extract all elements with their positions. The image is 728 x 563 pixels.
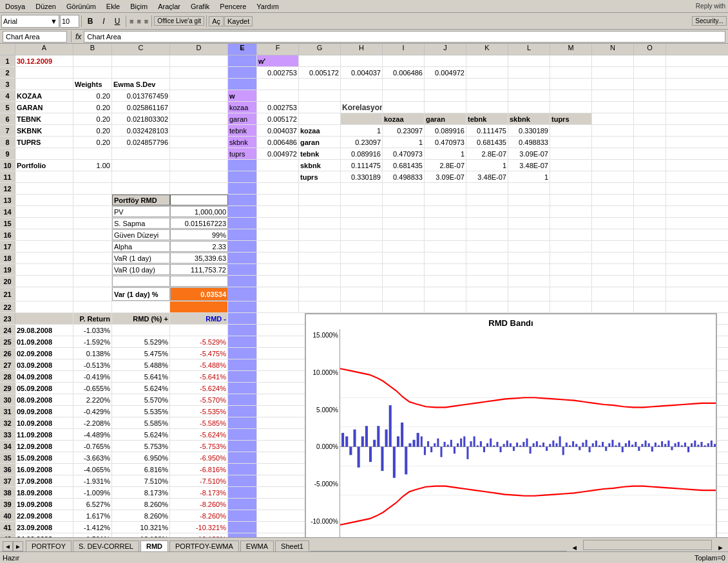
scroll-bar[interactable] — [583, 540, 712, 550]
menu-file[interactable]: Dosya — [3, 3, 28, 10]
cell-D10[interactable] — [170, 160, 228, 171]
cell-B5[interactable]: 0.20 — [73, 102, 112, 113]
cell-B8[interactable]: 0.20 — [73, 137, 112, 148]
cell-D3[interactable] — [170, 79, 228, 90]
cell-F3[interactable] — [257, 79, 299, 90]
cell-G5[interactable] — [299, 102, 341, 113]
cell-I3[interactable] — [383, 79, 425, 90]
menu-format[interactable]: Biçim — [128, 3, 150, 10]
cell-O8[interactable] — [634, 137, 666, 148]
cell-D6[interactable] — [170, 113, 228, 124]
cell-F7[interactable]: 0.004037 — [257, 125, 299, 136]
scroll-left-btn[interactable]: ◄ — [567, 544, 582, 551]
cell-M3[interactable] — [550, 79, 592, 90]
cell-D9[interactable] — [170, 148, 228, 159]
menu-edit[interactable]: Düzen — [33, 3, 59, 10]
cell-C2[interactable] — [112, 67, 170, 78]
cell-J11[interactable]: 3.09E-07 — [425, 171, 466, 182]
cell-F9[interactable]: 0.004972 — [257, 148, 299, 159]
ac-button[interactable]: Aç — [209, 16, 224, 26]
cell-M4[interactable] — [550, 90, 592, 101]
cell-J9[interactable]: 1 — [425, 148, 466, 159]
cell-C5[interactable]: 0.025861167 — [112, 102, 170, 113]
cell-K9[interactable]: 2.8E-07 — [466, 148, 508, 159]
cell-B1[interactable] — [73, 55, 112, 66]
cell-M1[interactable] — [550, 55, 592, 66]
cell-I11[interactable]: 0.498833 — [383, 171, 425, 182]
cell-I1[interactable] — [383, 55, 425, 66]
tab-portfoy-ewma[interactable]: PORTFOY-EWMA — [169, 540, 239, 551]
font-size-dropdown[interactable]: 10 — [60, 15, 79, 28]
cell-J3[interactable] — [425, 79, 466, 90]
cell-F8[interactable]: 0.006486 — [257, 137, 299, 148]
menu-help[interactable]: Yardım — [254, 3, 282, 10]
cell-G10[interactable]: skbnk — [299, 160, 341, 171]
cell-H1[interactable] — [341, 55, 383, 66]
cell-C10[interactable] — [112, 160, 170, 171]
cell-M5[interactable] — [550, 102, 592, 113]
cell-J10[interactable]: 2.8E-07 — [425, 160, 466, 171]
cell-E4[interactable]: w — [228, 90, 257, 101]
cell-O9[interactable] — [634, 148, 666, 159]
cell-B4[interactable]: 0.20 — [73, 90, 112, 101]
cell-I6[interactable]: kozaa — [383, 113, 425, 124]
cell-K5[interactable] — [466, 102, 508, 113]
cell-F11[interactable] — [257, 171, 299, 182]
cell-E11[interactable] — [228, 171, 257, 182]
cell-G11[interactable]: tuprs — [299, 171, 341, 182]
cell-C11[interactable] — [112, 171, 170, 182]
cell-N1[interactable] — [592, 55, 634, 66]
font-name-dropdown[interactable]: Arial ▼ — [1, 15, 59, 28]
cell-I5[interactable] — [383, 102, 425, 113]
cell-M8[interactable] — [550, 137, 592, 148]
cell-N5[interactable] — [592, 102, 634, 113]
cell-C6[interactable]: 0.021803302 — [112, 113, 170, 124]
name-box[interactable]: Chart Area — [3, 31, 67, 43]
cell-O1[interactable] — [634, 55, 666, 66]
cell-K4[interactable] — [466, 90, 508, 101]
cell-O5[interactable] — [634, 102, 666, 113]
cell-D5[interactable] — [170, 102, 228, 113]
cell-M7[interactable] — [550, 125, 592, 136]
cell-G9[interactable]: tebnk — [299, 148, 341, 159]
cell-I10[interactable]: 0.681435 — [383, 160, 425, 171]
cell-A4[interactable]: KOZAA — [15, 90, 73, 101]
cell-N7[interactable] — [592, 125, 634, 136]
cell-B10[interactable]: 1.00 — [73, 160, 112, 171]
cell-J4[interactable] — [425, 90, 466, 101]
cell-N11[interactable] — [592, 171, 634, 182]
cell-A7[interactable]: SKBNK — [15, 125, 73, 136]
cell-J8[interactable]: 0.470973 — [425, 137, 466, 148]
cell-G2[interactable]: 0.005172 — [299, 67, 341, 78]
cell-N10[interactable] — [592, 160, 634, 171]
tab-scroll-left[interactable]: ◄ — [3, 541, 13, 551]
scroll-right-btn[interactable]: ► — [713, 544, 728, 551]
cell-H6[interactable] — [341, 113, 383, 124]
cell-A6[interactable]: TEBNK — [15, 113, 73, 124]
cell-D4[interactable] — [170, 90, 228, 101]
cell-F2[interactable]: 0.002753 — [257, 67, 299, 78]
cell-B11[interactable] — [73, 171, 112, 182]
cell-J6[interactable]: garan — [425, 113, 466, 124]
cell-N9[interactable] — [592, 148, 634, 159]
cell-K6[interactable]: tebnk — [466, 113, 508, 124]
cell-E2[interactable] — [228, 67, 257, 78]
cell-M9[interactable] — [550, 148, 592, 159]
cell-H4[interactable] — [341, 90, 383, 101]
cell-B7[interactable]: 0.20 — [73, 125, 112, 136]
cell-B2[interactable] — [73, 67, 112, 78]
cell-G6[interactable] — [299, 113, 341, 124]
cell-K8[interactable]: 0.681435 — [466, 137, 508, 148]
cell-O6[interactable] — [634, 113, 666, 124]
cell-N3[interactable] — [592, 79, 634, 90]
cell-N8[interactable] — [592, 137, 634, 148]
office-live-button[interactable]: Office Live'a git — [154, 16, 204, 26]
cell-F4[interactable] — [257, 90, 299, 101]
underline-button[interactable]: U — [111, 15, 124, 28]
tab-sdev-correl[interactable]: S. DEV-CORREL — [73, 540, 139, 551]
cell-O3[interactable] — [634, 79, 666, 90]
menu-window[interactable]: Pencere — [217, 3, 249, 10]
cell-H10[interactable]: 0.111475 — [341, 160, 383, 171]
cell-O4[interactable] — [634, 90, 666, 101]
cell-C3[interactable]: Ewma S.Dev — [112, 79, 170, 90]
